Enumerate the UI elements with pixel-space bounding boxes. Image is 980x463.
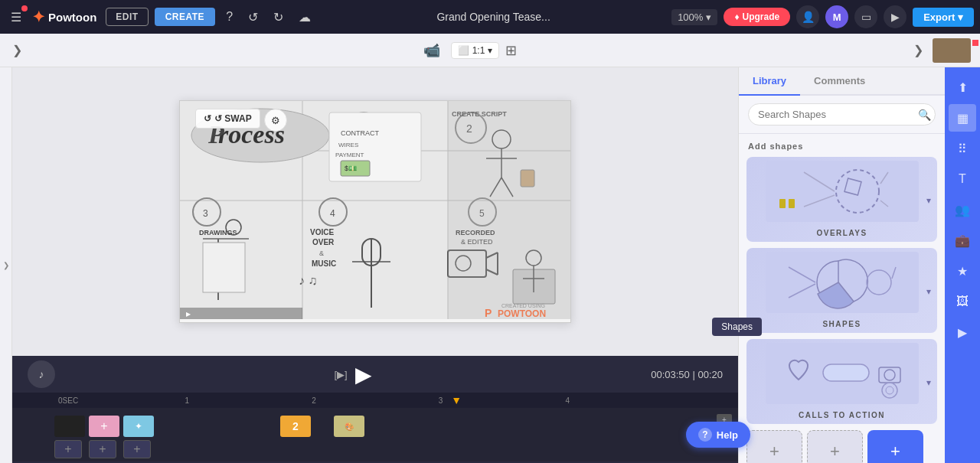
redo-button[interactable]: ↻: [269, 7, 288, 28]
add-shape-slot-3[interactable]: +: [123, 440, 151, 458]
track-clip-black[interactable]: [54, 416, 85, 437]
aspect-ratio-icon: ⬜: [458, 45, 469, 56]
camera-tool-button[interactable]: 📹: [419, 39, 445, 62]
search-input[interactable]: [748, 103, 936, 126]
chevron-right-icon: ❯: [12, 44, 22, 57]
preview-play-icon: ▶: [891, 11, 900, 23]
layout-icon: ▦: [957, 111, 969, 126]
svg-rect-69: [789, 199, 795, 208]
track-clip-pink[interactable]: +: [89, 416, 119, 437]
svg-rect-58: [448, 101, 570, 319]
people-icon-button[interactable]: 👥: [949, 196, 976, 223]
left-chevron-icon: ❯: [3, 261, 9, 269]
canvas-settings-button[interactable]: ⚙: [264, 109, 287, 132]
ruler-mark-1: 1: [185, 396, 190, 405]
logo: ✦ Powtoon: [32, 8, 96, 26]
ruler-mark-0: 0SEC: [58, 396, 78, 405]
aspect-ratio-selector[interactable]: ⬜ 1:1 ▾: [451, 42, 500, 59]
track-clip-teal[interactable]: ✦: [123, 416, 154, 437]
user-avatar-button[interactable]: M: [825, 5, 848, 28]
expand-left-panel-button[interactable]: ❯: [9, 40, 25, 60]
grid-icon: ⊞: [505, 43, 517, 58]
camera-icon: 📹: [423, 42, 440, 59]
cloud-save-button[interactable]: ☁: [294, 7, 315, 28]
aspect-ratio-label: 1:1: [472, 45, 485, 56]
shapes-card[interactable]: ▾ SHAPES: [746, 248, 937, 333]
search-button[interactable]: 🔍: [918, 109, 931, 121]
toolbar-right: ❯: [910, 38, 971, 63]
star-icon: ★: [957, 264, 968, 279]
zoom-arrow-icon: ▾: [706, 11, 711, 23]
logo-icon: ✦: [32, 8, 45, 26]
current-time: 00:03:50: [651, 369, 690, 380]
playhead-indicator: ▼: [451, 394, 462, 406]
upload-icon-button[interactable]: ⬆: [949, 73, 976, 101]
monitor-button[interactable]: ▭: [854, 5, 877, 28]
upload-icon: ⬆: [958, 80, 968, 95]
canvas-frame: ↺ ↺ SWAP ⚙ ro: [179, 100, 571, 323]
help-button[interactable]: ?: [221, 7, 237, 27]
right-panel: Library Comments 🔍 Add shapes: [738, 67, 945, 463]
add-card-1[interactable]: +: [746, 430, 802, 463]
undo-icon: ↺: [248, 10, 258, 24]
undo-button[interactable]: ↺: [243, 7, 263, 28]
top-navigation: ☰ ✦ Powtoon EDIT CREATE ? ↺ ↻ ☁ Grand Op…: [0, 0, 980, 34]
zoom-selector[interactable]: 100% ▾: [671, 9, 717, 25]
export-button[interactable]: Export ▾: [913, 8, 974, 27]
music-button[interactable]: ♪: [28, 360, 55, 388]
panel-tabs: Library Comments: [739, 67, 945, 96]
video-icon: ▶: [958, 325, 967, 340]
people-icon: 👥: [955, 203, 970, 217]
left-panel-toggle[interactable]: ❯: [0, 67, 12, 463]
calls-to-action-card[interactable]: ▾ CALLS TO ACTION: [746, 339, 937, 424]
expand-right-panel-button[interactable]: ❯: [910, 40, 926, 60]
playback-controls: [▶] ▶: [67, 362, 639, 387]
play-bracket-label: [▶]: [334, 369, 347, 380]
grid-icon-button[interactable]: ⠿: [949, 135, 976, 162]
add-shape-slot-1[interactable]: +: [54, 440, 82, 458]
image-icon-button[interactable]: 🖼: [949, 288, 976, 315]
svg-text:OVER: OVER: [312, 238, 335, 246]
briefcase-icon-button[interactable]: 💼: [949, 227, 976, 254]
text-icon-button[interactable]: T: [949, 165, 976, 193]
upgrade-button[interactable]: ♦ Upgrade: [724, 8, 790, 26]
time-separator: |: [692, 369, 694, 380]
add-shape-slot-2[interactable]: +: [89, 440, 116, 458]
svg-text:MUSIC: MUSIC: [312, 259, 336, 268]
help-icon: ?: [226, 10, 233, 24]
edit-button[interactable]: EDIT: [106, 8, 148, 26]
ruler-mark-2: 2: [312, 396, 316, 405]
preview-play-button[interactable]: ▶: [884, 5, 906, 28]
grid-view-button[interactable]: ⊞: [505, 42, 517, 59]
svg-text:4: 4: [330, 208, 335, 219]
add-card-2[interactable]: +: [807, 430, 863, 463]
star-icon-button[interactable]: ★: [949, 257, 976, 285]
svg-rect-30: [203, 243, 245, 292]
music-icon: ♪: [39, 368, 44, 380]
layout-icon-button[interactable]: ▦: [949, 104, 976, 132]
tab-library[interactable]: Library: [739, 67, 800, 96]
menu-button[interactable]: ☰: [6, 7, 26, 28]
account-icon-button[interactable]: 👤: [796, 5, 819, 28]
tab-comments[interactable]: Comments: [800, 67, 879, 96]
timeline-controls: ♪ [▶] ▶ 00:03:50 | 00:20: [12, 356, 738, 393]
add-card-3[interactable]: +: [867, 430, 923, 463]
play-button[interactable]: ▶: [355, 362, 372, 387]
svg-text:$💵: $💵: [345, 164, 358, 173]
search-icon: 🔍: [918, 109, 931, 121]
create-button[interactable]: CREATE: [155, 8, 215, 26]
track-clip-sketch[interactable]: 🎨: [334, 416, 364, 437]
svg-text:VOICE: VOICE: [310, 228, 334, 236]
toolbar-left: ❯: [9, 40, 25, 60]
track-clip-orange[interactable]: 2: [280, 416, 311, 437]
svg-text:▶: ▶: [186, 311, 191, 318]
swap-icon: ↺: [204, 113, 211, 124]
help-button-floating[interactable]: ? Help: [686, 422, 750, 448]
video-icon-button[interactable]: ▶: [949, 318, 976, 346]
overlays-card[interactable]: ▾ OVERLAYS: [746, 157, 937, 242]
settings-icon: ⚙: [271, 115, 280, 126]
redo-icon: ↻: [273, 10, 283, 24]
timeline-ruler: 0SEC 1 2 3 4 ▼: [12, 393, 738, 408]
right-icon-bar: ⬆ ▦ ⠿ T 👥 💼 ★ 🖼 ▶: [945, 67, 980, 463]
swap-button[interactable]: ↺ ↺ SWAP: [195, 109, 260, 129]
